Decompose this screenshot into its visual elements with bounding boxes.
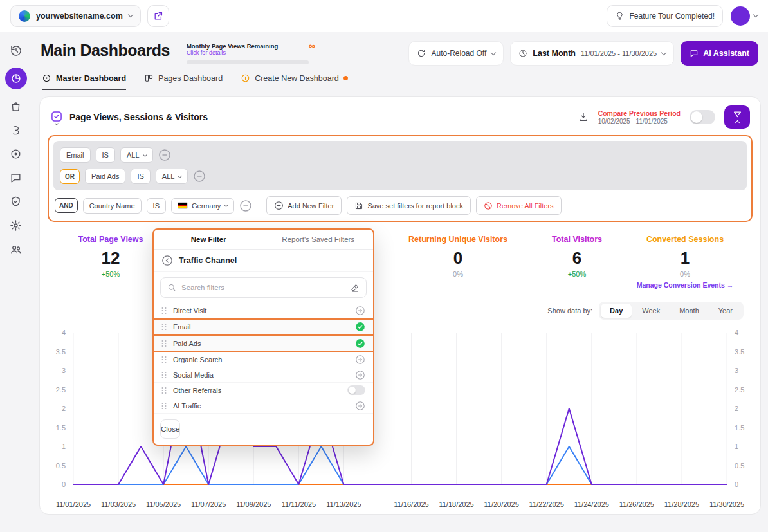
filter-option-label: Social Media: [173, 371, 214, 379]
line-chart: 000.50.5111.51.5222.52.5333.53.54411/01/…: [40, 321, 760, 519]
arrow-circle-icon[interactable]: [355, 354, 365, 365]
manage-conversion-events-link[interactable]: Manage Conversion Events →: [614, 281, 756, 289]
filter-operator-chip[interactable]: IS: [131, 169, 150, 184]
arrow-circle-icon[interactable]: [355, 306, 365, 316]
drag-handle-icon[interactable]: [161, 371, 167, 379]
tab-create-new-dashboard[interactable]: Create New Dashboard: [241, 73, 348, 90]
granularity-option-week[interactable]: Week: [633, 304, 669, 318]
filter-search-input[interactable]: [181, 284, 345, 291]
history-icon[interactable]: [9, 44, 23, 58]
filter-panel-button[interactable]: [724, 105, 750, 129]
tab-master-dashboard[interactable]: Master Dashboard: [42, 73, 126, 90]
remove-filter-button[interactable]: [239, 199, 252, 212]
quota-label: Monthly Page Views Remaining: [187, 42, 278, 50]
filter-field-chip[interactable]: Paid Ads: [85, 169, 125, 184]
drag-handle-icon[interactable]: [161, 340, 167, 347]
date-range-selector[interactable]: Last Month 11/01/2025 - 11/30/2025: [510, 41, 674, 66]
stat-value: 1: [614, 248, 756, 268]
filter-option-direct-visit[interactable]: Direct Visit: [154, 303, 373, 318]
germany-flag-icon: [178, 202, 188, 209]
check-circle-icon[interactable]: [355, 338, 365, 349]
funnels-icon[interactable]: [9, 123, 23, 137]
site-selector[interactable]: yourwebsitename.com: [10, 5, 141, 27]
clock-icon: [518, 49, 527, 58]
drag-handle-icon[interactable]: [161, 402, 167, 410]
user-menu[interactable]: [731, 6, 758, 26]
filter-option-other-referrals[interactable]: Other Referrals: [154, 383, 373, 398]
svg-text:2.5: 2.5: [735, 386, 744, 394]
settings-icon[interactable]: [9, 218, 23, 232]
compare-toggle[interactable]: [690, 110, 715, 124]
arrow-circle-icon[interactable]: [355, 401, 365, 411]
save-filters-button[interactable]: Save set filters for report block: [347, 196, 471, 215]
active-filters-panel: EmailISALLORPaid AdsISALL ANDCountry Nam…: [48, 135, 753, 222]
back-arrow-icon[interactable]: [161, 255, 173, 266]
export-icon[interactable]: [578, 111, 589, 123]
filter-option-label: Direct Visit: [173, 307, 206, 315]
quota-details-link[interactable]: Click for details: [187, 50, 278, 56]
remove-all-filters-button[interactable]: Remove All Filters: [476, 196, 562, 215]
sidebar-item-dashboards[interactable]: [5, 68, 27, 89]
filter-field-chip[interactable]: Country Name: [83, 198, 142, 214]
filter-value-chip[interactable]: ALL: [156, 169, 188, 184]
chevron-up-icon: [735, 120, 739, 125]
open-site-button[interactable]: [147, 5, 169, 27]
filter-option-email[interactable]: Email: [154, 318, 373, 335]
popup-tab-report-s-saved-filters[interactable]: Report's Saved Filters: [264, 230, 374, 249]
filter-option-label: AI Traffic: [173, 402, 201, 410]
svg-text:11/26/2025: 11/26/2025: [619, 500, 654, 508]
filter-options-list: Direct VisitEmailPaid AdsOrganic SearchS…: [154, 303, 373, 414]
svg-text:11/13/2025: 11/13/2025: [326, 500, 361, 508]
remove-filter-button[interactable]: [193, 170, 206, 183]
close-popup-button[interactable]: Close: [160, 419, 180, 439]
sessions-icon[interactable]: [9, 147, 23, 161]
team-icon[interactable]: [9, 242, 23, 256]
remove-filter-button[interactable]: [158, 149, 171, 161]
filter-option-ai-traffic[interactable]: AI Traffic: [154, 398, 373, 414]
feedback-icon[interactable]: [9, 170, 23, 185]
popup-tab-new-filter[interactable]: New Filter: [154, 230, 264, 249]
filter-option-social-media[interactable]: Social Media: [154, 367, 373, 383]
filter-option-organic-search[interactable]: Organic Search: [154, 352, 373, 367]
drag-handle-icon[interactable]: [161, 323, 167, 331]
conjunction-chip[interactable]: OR: [60, 169, 80, 184]
conjunction-chip[interactable]: AND: [55, 198, 78, 213]
notification-dot: [343, 76, 348, 80]
check-circle-icon[interactable]: [355, 322, 365, 332]
ai-assistant-button[interactable]: AI Assistant: [681, 41, 758, 66]
toggle-switch[interactable]: [347, 385, 365, 395]
plus-circle-icon: [274, 201, 284, 210]
ecommerce-icon[interactable]: [9, 99, 23, 113]
filter-operator-chip[interactable]: IS: [147, 198, 166, 214]
ai-assistant-label: AI Assistant: [703, 49, 749, 58]
external-link-icon: [153, 11, 163, 21]
feature-tour-badge[interactable]: Feature Tour Completed!: [607, 5, 723, 27]
filter-operator-chip[interactable]: IS: [96, 147, 115, 163]
filter-value-chip[interactable]: Germany: [171, 198, 234, 214]
security-icon[interactable]: [9, 194, 23, 208]
drag-handle-icon[interactable]: [161, 356, 167, 363]
drag-handle-icon[interactable]: [161, 387, 167, 394]
eraser-icon[interactable]: [350, 283, 360, 293]
granularity-option-year[interactable]: Year: [709, 304, 742, 318]
tab-pages-dashboard[interactable]: Pages Dashboard: [144, 73, 223, 90]
lightbulb-icon: [615, 11, 625, 21]
granularity-option-day[interactable]: Day: [601, 304, 632, 318]
check-square-icon[interactable]: [50, 110, 63, 125]
filter-row: EmailISALL: [60, 147, 740, 163]
filter-field-chip[interactable]: Email: [60, 147, 91, 163]
drag-handle-icon[interactable]: [161, 307, 167, 315]
plus-circle-icon: [241, 73, 250, 83]
period-range: 11/01/2025 - 11/30/2025: [581, 50, 657, 57]
arrow-circle-icon[interactable]: [355, 370, 365, 380]
auto-reload-selector[interactable]: Auto-Reload Off: [408, 41, 504, 66]
add-new-filter-button[interactable]: Add New Filter: [266, 196, 342, 215]
svg-text:3.5: 3.5: [735, 348, 744, 356]
filter-option-paid-ads[interactable]: Paid Ads: [154, 335, 373, 352]
svg-text:11/11/2025: 11/11/2025: [282, 500, 316, 508]
logo-icon: [19, 10, 30, 22]
granularity-option-month[interactable]: Month: [670, 304, 708, 318]
filter-value-chip[interactable]: ALL: [120, 147, 153, 163]
toggle-switch[interactable]: [347, 385, 365, 395]
svg-text:0.5: 0.5: [735, 462, 744, 470]
